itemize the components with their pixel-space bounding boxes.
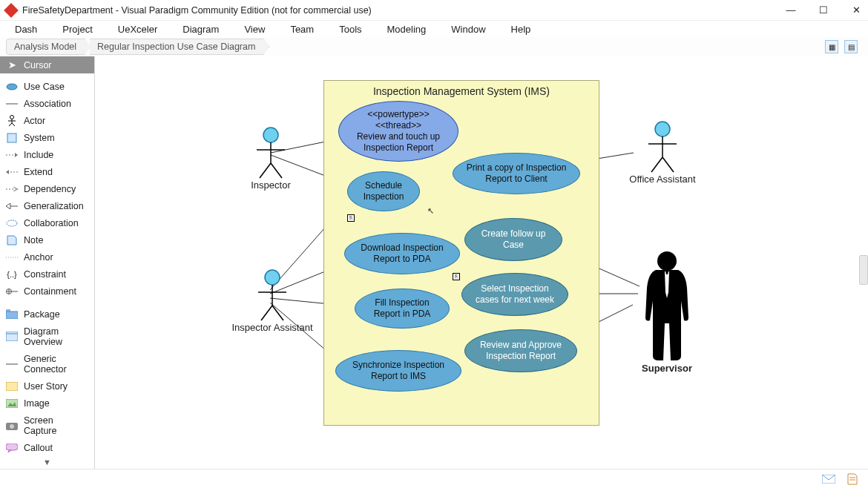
maximize-button[interactable]: ☐ [818, 4, 829, 16]
palette-system[interactable]: System [0, 129, 94, 146]
palette-label: Screen Capture [24, 415, 88, 436]
menu-project[interactable]: Project [62, 24, 92, 35]
constraint-icon: {..} [6, 269, 18, 280]
camera-icon [6, 421, 18, 431]
palette-image[interactable]: Image [0, 395, 94, 412]
usecase-review-touchup[interactable]: <<powertype>> <<thread>> Review and touc… [338, 101, 458, 162]
svg-line-5 [9, 123, 12, 126]
svg-line-57 [662, 157, 674, 172]
tool-palette: ➤Cursor Use Case Association Actor Syste… [0, 56, 95, 469]
palette-usecase[interactable]: Use Case [0, 78, 94, 95]
svg-point-43 [263, 128, 278, 142]
menu-modeling[interactable]: Modeling [387, 24, 427, 35]
palette-containment[interactable]: Containment [0, 283, 94, 300]
palette-package[interactable]: Package [0, 306, 94, 323]
palette-include[interactable]: Include [0, 146, 94, 163]
menu-dash[interactable]: Dash [15, 24, 37, 35]
stereotype: <<thread>> [375, 120, 421, 131]
palette-label: System [24, 133, 55, 143]
palette-extend[interactable]: Extend [0, 163, 94, 180]
usecase-create-followup[interactable]: Create follow up Case [464, 218, 562, 261]
palette-label: Callout [24, 443, 53, 453]
title-bar: FireSafetyDepartment - Visual Paradigm C… [0, 0, 868, 21]
palette-label: Generalization [24, 201, 84, 211]
palette-overview[interactable]: Diagram Overview [0, 323, 94, 350]
palette-label: User Story [24, 381, 68, 392]
svg-rect-22 [6, 311, 18, 319]
handle-icon: ⎘ [453, 273, 460, 280]
palette-constraint[interactable]: {..}Constraint [0, 266, 94, 283]
usecase-select-cases[interactable]: Select Inspection cases for next week [461, 273, 568, 316]
menu-diagram[interactable]: Diagram [183, 24, 219, 35]
generalization-icon [6, 201, 18, 211]
palette-label: Collaboration [24, 218, 79, 228]
anchor-icon [6, 252, 18, 263]
usecase-sync-ims[interactable]: Synchronize Inspection Report to IMS [335, 350, 461, 392]
usecase-schedule[interactable]: Schedule Inspection [347, 171, 420, 211]
perspective-icon[interactable]: ▦ [825, 40, 838, 53]
svg-line-52 [272, 306, 283, 320]
palette-more[interactable]: ▼ [0, 456, 94, 468]
palette-callout[interactable]: Callout [0, 439, 94, 456]
cursor-marker-icon: ↖ [427, 206, 434, 216]
breadcrumb-root[interactable]: Analysis Model [6, 39, 91, 55]
palette-label: Note [24, 235, 43, 245]
palette-label: Actor [24, 116, 45, 126]
close-button[interactable]: ✕ [850, 4, 862, 16]
palette-label: Use Case [24, 82, 65, 92]
palette-label: Constraint [24, 269, 66, 280]
menu-view[interactable]: View [244, 24, 265, 35]
palette-cursor[interactable]: ➤Cursor [0, 56, 94, 73]
note-status-icon[interactable] [846, 473, 859, 485]
usecase-fill-pda[interactable]: Fill Inspection Report in PDA [355, 288, 450, 329]
menu-team[interactable]: Team [290, 24, 314, 35]
palette-actor[interactable]: Actor [0, 112, 94, 129]
palette-userstory[interactable]: User Story [0, 377, 94, 395]
status-bar [0, 469, 868, 488]
palette-dependency[interactable]: Dependency [0, 180, 94, 197]
palette-collaboration[interactable]: Collaboration [0, 214, 94, 231]
mail-icon[interactable] [822, 473, 835, 485]
menu-window[interactable]: Window [451, 24, 485, 35]
breadcrumb-current[interactable]: Regular Inspection Use Case Diagram [90, 39, 269, 55]
window-controls: — ☐ ✕ [785, 4, 862, 16]
svg-line-47 [271, 163, 282, 178]
system-title: Inspection Management System (IMS) [324, 81, 599, 102]
usecase-review-approve[interactable]: Review and Approve Inspection Report [464, 329, 577, 372]
actor-inspector-assistant[interactable]: Inspector Assistant [224, 268, 320, 333]
actor-label: Supervisor [626, 363, 708, 374]
image-icon [6, 398, 18, 409]
package-icon [6, 309, 18, 320]
svg-point-58 [657, 251, 677, 271]
vertical-scrollbar[interactable] [859, 255, 868, 285]
palette-label: Extend [24, 167, 53, 177]
collaboration-icon [6, 218, 18, 228]
diagram-canvas[interactable]: Inspection Management System (IMS) <<pow… [95, 56, 868, 469]
usecase-label: Synchronize Inspection Report to IMS [342, 360, 455, 382]
svg-point-2 [10, 115, 14, 119]
minimize-button[interactable]: — [785, 4, 797, 16]
palette-note[interactable]: Note [0, 231, 94, 248]
palette-anchor[interactable]: Anchor [0, 248, 94, 266]
palette-label: Package [24, 309, 60, 320]
palette-toggle-icon[interactable]: ▤ [844, 40, 858, 53]
palette-label: Association [24, 99, 71, 109]
main-area: ➤Cursor Use Case Association Actor Syste… [0, 56, 868, 469]
palette-connector[interactable]: Generic Connector [0, 350, 94, 377]
svg-rect-23 [6, 332, 18, 341]
svg-marker-11 [6, 170, 9, 174]
palette-association[interactable]: Association [0, 95, 94, 112]
menu-help[interactable]: Help [511, 24, 531, 35]
actor-inspector[interactable]: Inspector [237, 126, 304, 191]
palette-capture[interactable]: Screen Capture [0, 412, 94, 439]
actor-supervisor[interactable]: Supervisor [626, 249, 708, 374]
palette-label: Dependency [24, 184, 76, 194]
menu-uexceler[interactable]: UeXceler [118, 24, 157, 35]
palette-generalization[interactable]: Generalization [0, 197, 94, 214]
usecase-download-pda[interactable]: Download Inspection Report to PDA [344, 233, 460, 274]
svg-line-51 [261, 306, 272, 320]
menu-tools[interactable]: Tools [339, 24, 361, 35]
app-logo-icon [4, 3, 19, 18]
usecase-print-copy[interactable]: Print a copy of Inspection Report to Cli… [453, 153, 580, 194]
actor-office-assistant[interactable]: Office Assistant [622, 120, 703, 185]
